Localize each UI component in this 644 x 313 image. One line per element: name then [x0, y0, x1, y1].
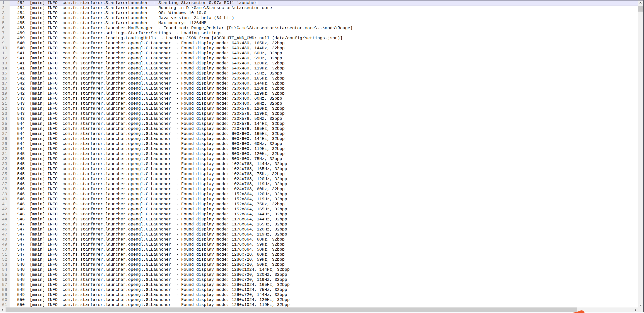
log-row[interactable]: 4485 [main] INFO com.fs.starfarer.Starfa…: [0, 16, 638, 21]
log-line-text[interactable]: 547 [main] INFO com.fs.starfarer.launche…: [10, 247, 638, 252]
log-row[interactable]: 47547 [main] INFO com.fs.starfarer.launc…: [0, 232, 638, 237]
log-row[interactable]: 48547 [main] INFO com.fs.starfarer.launc…: [0, 237, 638, 242]
log-row[interactable]: 19542 [main] INFO com.fs.starfarer.launc…: [0, 91, 638, 96]
vertical-scrollbar-thumb[interactable]: [638, 6, 643, 12]
log-row[interactable]: 6488 [main] INFO com.fs.starfarer.launch…: [0, 26, 638, 31]
log-row[interactable]: 32545 [main] INFO com.fs.starfarer.launc…: [0, 156, 638, 162]
log-line-text[interactable]: 489 [main] INFO com.fs.starfarer.loading…: [10, 36, 638, 41]
log-row[interactable]: 24543 [main] INFO com.fs.starfarer.launc…: [0, 116, 638, 121]
log-row[interactable]: 36545 [main] INFO com.fs.starfarer.launc…: [0, 177, 638, 182]
log-line-text[interactable]: 544 [main] INFO com.fs.starfarer.launche…: [10, 126, 638, 131]
log-row[interactable]: 3484 [main] INFO com.fs.starfarer.Starfa…: [0, 11, 638, 16]
log-row[interactable]: 26544 [main] INFO com.fs.starfarer.launc…: [0, 126, 638, 131]
log-line-text[interactable]: 542 [main] INFO com.fs.starfarer.launche…: [10, 76, 638, 81]
log-line-text[interactable]: 546 [main] INFO com.fs.starfarer.launche…: [10, 217, 638, 222]
log-line-text[interactable]: 546 [main] INFO com.fs.starfarer.launche…: [10, 202, 638, 207]
log-line-text[interactable]: 546 [main] INFO com.fs.starfarer.launche…: [10, 192, 638, 197]
log-line-text[interactable]: 544 [main] INFO com.fs.starfarer.launche…: [10, 131, 638, 136]
horizontal-scrollbar-thumb[interactable]: [6, 307, 577, 312]
log-line-text[interactable]: 548 [main] INFO com.fs.starfarer.launche…: [10, 262, 638, 267]
log-row[interactable]: 57548 [main] INFO com.fs.starfarer.launc…: [0, 282, 638, 287]
log-line-text[interactable]: 546 [main] INFO com.fs.starfarer.launche…: [10, 197, 638, 202]
log-row[interactable]: 35545 [main] INFO com.fs.starfarer.launc…: [0, 172, 638, 177]
log-row[interactable]: 43546 [main] INFO com.fs.starfarer.launc…: [0, 212, 638, 217]
log-text-area[interactable]: 1482 [main] INFO com.fs.starfarer.Starfa…: [0, 1, 638, 308]
log-row[interactable]: 59549 [main] INFO com.fs.starfarer.launc…: [0, 292, 638, 297]
log-line-text[interactable]: 543 [main] INFO com.fs.starfarer.launche…: [10, 111, 638, 116]
log-line-text[interactable]: 488 [main] INFO com.fs.starfarer.launche…: [10, 26, 638, 31]
log-row[interactable]: 20543 [main] INFO com.fs.starfarer.launc…: [0, 96, 638, 101]
log-row[interactable]: 61550 [main] INFO com.fs.starfarer.launc…: [0, 302, 638, 307]
log-row[interactable]: 7489 [main] INFO com.fs.starfarer.settin…: [0, 31, 638, 36]
log-row[interactable]: 53548 [main] INFO com.fs.starfarer.launc…: [0, 262, 638, 267]
log-line-text[interactable]: 549 [main] INFO com.fs.starfarer.launche…: [10, 292, 638, 297]
scroll-left-button[interactable]: [0, 307, 5, 312]
log-line-text[interactable]: 545 [main] INFO com.fs.starfarer.launche…: [10, 156, 638, 162]
log-line-text[interactable]: 540 [main] INFO com.fs.starfarer.launche…: [10, 46, 638, 51]
log-row[interactable]: 30544 [main] INFO com.fs.starfarer.launc…: [0, 146, 638, 151]
log-line-text[interactable]: 484 [main] INFO com.fs.starfarer.Starfar…: [10, 6, 638, 11]
log-line-text[interactable]: 547 [main] INFO com.fs.starfarer.launche…: [10, 242, 638, 247]
log-row[interactable]: 51547 [main] INFO com.fs.starfarer.launc…: [0, 252, 638, 257]
log-row[interactable]: 31545 [main] INFO com.fs.starfarer.launc…: [0, 151, 638, 156]
log-row[interactable]: 5485 [main] INFO com.fs.starfarer.Starfa…: [0, 21, 638, 26]
log-line-text[interactable]: 541 [main] INFO com.fs.starfarer.launche…: [10, 61, 638, 66]
scroll-down-button[interactable]: [638, 303, 643, 307]
log-line-text[interactable]: 545 [main] INFO com.fs.starfarer.launche…: [10, 172, 638, 177]
log-row[interactable]: 10540 [main] INFO com.fs.starfarer.launc…: [0, 46, 638, 51]
log-line-text[interactable]: 547 [main] INFO com.fs.starfarer.launche…: [10, 252, 638, 257]
log-line-text[interactable]: 544 [main] INFO com.fs.starfarer.launche…: [10, 141, 638, 146]
log-line-text[interactable]: 541 [main] INFO com.fs.starfarer.launche…: [10, 66, 638, 71]
log-line-text[interactable]: 543 [main] INFO com.fs.starfarer.launche…: [10, 106, 638, 111]
log-line-text[interactable]: 546 [main] INFO com.fs.starfarer.launche…: [10, 207, 638, 212]
log-row[interactable]: 21543 [main] INFO com.fs.starfarer.launc…: [0, 101, 638, 106]
log-row[interactable]: 40546 [main] INFO com.fs.starfarer.launc…: [0, 197, 638, 202]
log-row[interactable]: 29544 [main] INFO com.fs.starfarer.launc…: [0, 141, 638, 146]
log-line-text[interactable]: 541 [main] INFO com.fs.starfarer.launche…: [10, 56, 638, 61]
log-line-text[interactable]: 548 [main] INFO com.fs.starfarer.launche…: [10, 277, 638, 282]
log-row[interactable]: 42546 [main] INFO com.fs.starfarer.launc…: [0, 207, 638, 212]
log-line-text[interactable]: 548 [main] INFO com.fs.starfarer.launche…: [10, 267, 638, 272]
log-line-text[interactable]: 548 [main] INFO com.fs.starfarer.launche…: [10, 287, 638, 292]
log-row[interactable]: 55548 [main] INFO com.fs.starfarer.launc…: [0, 272, 638, 277]
log-row[interactable]: 12541 [main] INFO com.fs.starfarer.launc…: [0, 56, 638, 61]
log-line-text[interactable]: 545 [main] INFO com.fs.starfarer.launche…: [10, 167, 638, 172]
log-row[interactable]: 39546 [main] INFO com.fs.starfarer.launc…: [0, 192, 638, 197]
log-line-text[interactable]: 546 [main] INFO com.fs.starfarer.launche…: [10, 212, 638, 217]
log-row[interactable]: 15541 [main] INFO com.fs.starfarer.launc…: [0, 71, 638, 76]
log-line-text[interactable]: 547 [main] INFO com.fs.starfarer.launche…: [10, 232, 638, 237]
log-line-text[interactable]: 484 [main] INFO com.fs.starfarer.Starfar…: [10, 11, 638, 16]
log-row[interactable]: 33545 [main] INFO com.fs.starfarer.launc…: [0, 162, 638, 167]
log-row[interactable]: 9540 [main] INFO com.fs.starfarer.launch…: [0, 41, 638, 46]
log-line-text[interactable]: 545 [main] INFO com.fs.starfarer.launche…: [10, 162, 638, 167]
horizontal-scrollbar[interactable]: [0, 307, 638, 312]
log-line-text[interactable]: 546 [main] INFO com.fs.starfarer.launche…: [10, 182, 638, 187]
log-line-text[interactable]: 540 [main] INFO com.fs.starfarer.launche…: [10, 41, 638, 46]
log-line-text[interactable]: 543 [main] INFO com.fs.starfarer.launche…: [10, 116, 638, 121]
log-line-text[interactable]: 543 [main] INFO com.fs.starfarer.launche…: [10, 101, 638, 106]
log-row[interactable]: 46547 [main] INFO com.fs.starfarer.launc…: [0, 227, 638, 232]
log-row[interactable]: 25544 [main] INFO com.fs.starfarer.launc…: [0, 121, 638, 126]
log-row[interactable]: 45547 [main] INFO com.fs.starfarer.launc…: [0, 222, 638, 227]
log-line-text[interactable]: 544 [main] INFO com.fs.starfarer.launche…: [10, 146, 638, 151]
log-row[interactable]: 13541 [main] INFO com.fs.starfarer.launc…: [0, 61, 638, 66]
vertical-scrollbar[interactable]: [638, 1, 643, 312]
log-row[interactable]: 28544 [main] INFO com.fs.starfarer.launc…: [0, 136, 638, 141]
log-line-text[interactable]: 546 [main] INFO com.fs.starfarer.launche…: [10, 187, 638, 192]
log-row[interactable]: 23543 [main] INFO com.fs.starfarer.launc…: [0, 111, 638, 116]
log-line-text[interactable]: 550 [main] INFO com.fs.starfarer.launche…: [10, 302, 638, 307]
log-line-text[interactable]: 550 [main] INFO com.fs.starfarer.launche…: [10, 297, 638, 302]
log-row[interactable]: 58548 [main] INFO com.fs.starfarer.launc…: [0, 287, 638, 292]
log-line-text[interactable]: 545 [main] INFO com.fs.starfarer.launche…: [10, 151, 638, 156]
log-row[interactable]: 38546 [main] INFO com.fs.starfarer.launc…: [0, 187, 638, 192]
log-row[interactable]: 54548 [main] INFO com.fs.starfarer.launc…: [0, 267, 638, 272]
scroll-up-button[interactable]: [638, 1, 643, 5]
log-line-text[interactable]: 542 [main] INFO com.fs.starfarer.launche…: [10, 91, 638, 96]
scroll-right-button[interactable]: [633, 307, 638, 312]
log-row[interactable]: 34545 [main] INFO com.fs.starfarer.launc…: [0, 167, 638, 172]
log-row[interactable]: 11541 [main] INFO com.fs.starfarer.launc…: [0, 51, 638, 56]
log-row[interactable]: 60550 [main] INFO com.fs.starfarer.launc…: [0, 297, 638, 302]
log-row[interactable]: 18542 [main] INFO com.fs.starfarer.launc…: [0, 86, 638, 91]
log-line-text[interactable]: 543 [main] INFO com.fs.starfarer.launche…: [10, 96, 638, 101]
log-row[interactable]: 8489 [main] INFO com.fs.starfarer.loadin…: [0, 36, 638, 41]
